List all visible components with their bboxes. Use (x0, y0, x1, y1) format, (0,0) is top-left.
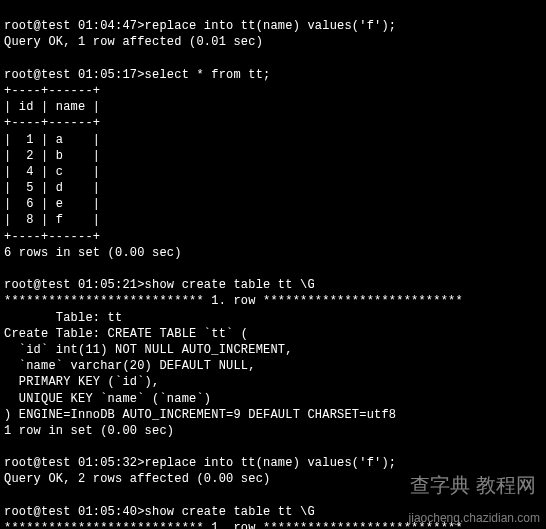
output-line: ) ENGINE=InnoDB AUTO_INCREMENT=9 DEFAULT… (4, 408, 396, 422)
table-row: | 8 | f | (4, 213, 100, 227)
prompt-line: root@test 01:05:32>replace into tt(name)… (4, 456, 396, 470)
prompt-line: root@test 01:05:17>select * from tt; (4, 68, 270, 82)
table-row: | 2 | b | (4, 149, 100, 163)
result-line: Query OK, 2 rows affected (0.00 sec) (4, 472, 270, 486)
result-line: 6 rows in set (0.00 sec) (4, 246, 182, 260)
prompt-line: root@test 01:05:21>show create table tt … (4, 278, 315, 292)
terminal-output: root@test 01:04:47>replace into tt(name)… (4, 2, 542, 529)
table-separator: +----+------+ (4, 116, 100, 130)
table-separator: +----+------+ (4, 84, 100, 98)
output-line: Table: tt (4, 311, 122, 325)
table-separator: +----+------+ (4, 230, 100, 244)
result-line: Query OK, 1 row affected (0.01 sec) (4, 35, 263, 49)
result-line: 1 row in set (0.00 sec) (4, 424, 174, 438)
table-row: | 4 | c | (4, 165, 100, 179)
output-line: PRIMARY KEY (`id`), (4, 375, 159, 389)
output-line: `name` varchar(20) DEFAULT NULL, (4, 359, 256, 373)
prompt-line: root@test 01:04:47>replace into tt(name)… (4, 19, 396, 33)
row-header: *************************** 1. row *****… (4, 294, 463, 308)
output-line: Create Table: CREATE TABLE `tt` ( (4, 327, 248, 341)
table-row: | 1 | a | (4, 133, 100, 147)
output-line: UNIQUE KEY `name` (`name`) (4, 392, 211, 406)
prompt-line: root@test 01:05:40>show create table tt … (4, 505, 315, 519)
table-row: | 6 | e | (4, 197, 100, 211)
table-header: | id | name | (4, 100, 100, 114)
table-row: | 5 | d | (4, 181, 100, 195)
row-header: *************************** 1. row *****… (4, 521, 463, 529)
output-line: `id` int(11) NOT NULL AUTO_INCREMENT, (4, 343, 293, 357)
